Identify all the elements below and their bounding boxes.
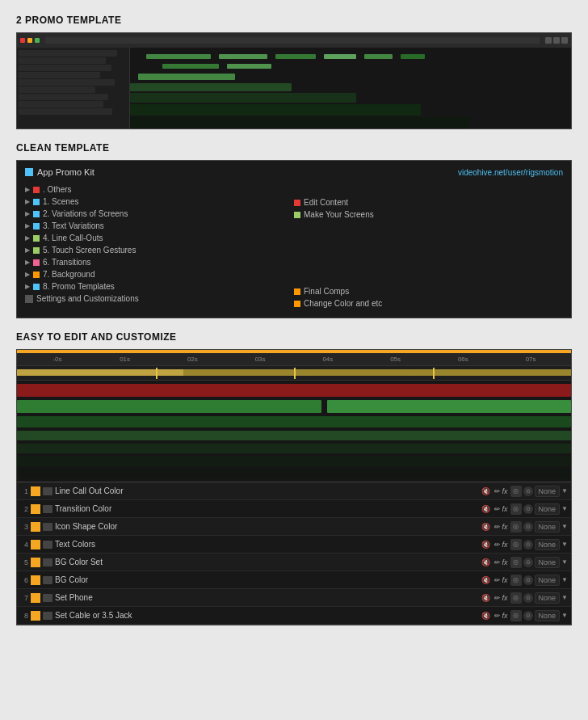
layer-ctrl-lock-1[interactable]: ⊙ [523, 486, 533, 496]
layer-dropdown-8[interactable]: ▼ [561, 612, 568, 619]
layer-ctrl-pencil-3[interactable]: ✏ [494, 523, 500, 531]
promo-track-9 [138, 74, 235, 80]
layer-ctrl-lock-5[interactable]: ⊙ [523, 558, 533, 567]
layer-ctrl-lock-2[interactable]: ⊙ [523, 504, 533, 514]
layer-ctrl-pencil-7[interactable]: ✏ [494, 594, 500, 602]
layer-color-3 [31, 522, 40, 532]
layer-ctrl-audio-3[interactable]: 🔇 [481, 523, 490, 531]
easy-title: EASY TO EDIT AND CUSTOMIZE [16, 331, 572, 343]
layer-ctrl-lock-4[interactable]: ⊙ [523, 540, 533, 549]
layer-none-6[interactable]: None [535, 575, 561, 586]
layer-ctrl-circle-2[interactable]: ◎ [510, 503, 522, 515]
promo-left-panel [17, 48, 130, 129]
layer-name-5: BG Color Set [55, 558, 477, 566]
layer-ctrl-audio-1[interactable]: 🔇 [481, 487, 490, 495]
promo-row-9 [19, 108, 112, 115]
playhead-marker-3 [433, 368, 435, 379]
right-item-change: Change Color and etc [294, 297, 563, 309]
dot-scenes [33, 199, 40, 205]
layer-ctrl-lock-6[interactable]: ⊙ [523, 575, 533, 585]
layer-ctrl-circle-3[interactable]: ◎ [510, 521, 522, 533]
layer-dropdown-7[interactable]: ▼ [561, 594, 568, 601]
layer-ctrl-fx-5[interactable]: fx [502, 558, 508, 566]
right-item-empty-5 [294, 259, 563, 272]
promo-icon-2 [553, 37, 560, 44]
layer-ctrl-circle-8[interactable]: ◎ [510, 610, 522, 621]
layer-ctrl-fx-8[interactable]: fx [502, 612, 508, 620]
layer-dropdown-3[interactable]: ▼ [561, 523, 568, 530]
layer-ctrl-fx-3[interactable]: fx [502, 523, 508, 531]
layer-ctrl-lock-8[interactable]: ⊙ [523, 611, 533, 621]
layer-ctrl-pencil-5[interactable]: ✏ [494, 558, 500, 566]
layer-ctrl-fx-1[interactable]: fx [502, 487, 508, 495]
layer-ctrl-fx-4[interactable]: fx [502, 541, 508, 549]
label-right-make: Make Your Screens [304, 210, 374, 219]
layer-none-3[interactable]: None [535, 521, 561, 533]
label-right-change: Change Color and etc [304, 299, 382, 308]
layer-none-1[interactable]: None [535, 486, 561, 497]
layer-icon-4 [43, 541, 52, 549]
layer-color-2 [31, 504, 40, 514]
layer-dropdown-6[interactable]: ▼ [561, 576, 568, 583]
clean-grid: ▶ . Others ▶ 1. Scenes ▶ 2. Variations o… [25, 182, 563, 311]
dot-right-make [294, 212, 300, 218]
layer-ctrl-audio-2[interactable]: 🔇 [481, 505, 490, 513]
layer-ctrl-pencil-4[interactable]: ✏ [494, 541, 500, 549]
tl-track-red [17, 384, 571, 397]
layer-ctrl-circle-4[interactable]: ◎ [510, 539, 522, 550]
layer-ctrl-circle-6[interactable]: ◎ [510, 575, 522, 586]
layer-ctrl-audio-8[interactable]: 🔇 [481, 612, 490, 620]
playhead-marker-1 [156, 368, 158, 379]
dot-others [33, 187, 40, 193]
layer-name-8: Set Cable or 3.5 Jack [55, 611, 477, 620]
promo-title: 2 PROMO TEMPLATE [16, 15, 572, 26]
layer-ctrl-circle-5[interactable]: ◎ [510, 557, 522, 568]
layer-controls-2: 🔇 ✏ fx ◎ ⊙ None ▼ [480, 503, 568, 515]
layer-ctrl-circle-7[interactable]: ◎ [510, 592, 522, 604]
layer-none-8[interactable]: None [535, 610, 561, 621]
arrow-icon-scenes: ▶ [25, 198, 30, 205]
layer-ctrl-pencil-6[interactable]: ✏ [494, 576, 500, 584]
layer-name-4: Text Colors [55, 540, 477, 549]
arrow-icon-others: ▶ [25, 186, 30, 193]
layer-ctrl-audio-4[interactable]: 🔇 [481, 541, 490, 549]
layer-ctrl-lock-3[interactable]: ⊙ [523, 522, 533, 532]
layer-ctrl-lock-7[interactable]: ⊙ [523, 593, 533, 603]
layer-ctrl-pencil-8[interactable]: ✏ [494, 612, 500, 620]
promo-dot-green [35, 38, 40, 43]
layer-none-5[interactable]: None [535, 557, 561, 568]
layer-ctrl-circle-1[interactable]: ◎ [510, 486, 522, 497]
tl-track-bottom [17, 468, 571, 479]
layer-none-2[interactable]: None [535, 503, 561, 515]
layer-ctrl-audio-6[interactable]: 🔇 [481, 576, 490, 584]
layer-ctrl-fx-7[interactable]: fx [502, 594, 508, 602]
layer-ctrl-pencil-2[interactable]: ✏ [494, 505, 500, 513]
dot-promo-templates [33, 284, 40, 290]
label-text-var: 3. Text Variations [43, 221, 104, 230]
dot-bg [33, 272, 40, 278]
label-callouts: 4. Line Call-Outs [43, 234, 103, 242]
layer-controls-7: 🔇 ✏ fx ◎ ⊙ None ▼ [480, 592, 568, 604]
layer-none-7[interactable]: None [535, 592, 561, 604]
layer-icon-7 [43, 594, 52, 602]
layer-ctrl-audio-5[interactable]: 🔇 [481, 558, 490, 566]
promo-topbar [17, 33, 571, 48]
layer-ctrl-audio-7[interactable]: 🔇 [481, 594, 490, 602]
layer-dropdown-5[interactable]: ▼ [561, 558, 568, 566]
layer-ctrl-fx-6[interactable]: fx [502, 576, 508, 584]
clean-header-link[interactable]: videohive.net/user/rigsmotion [458, 168, 563, 177]
layer-none-4[interactable]: None [535, 539, 561, 550]
layer-dropdown-4[interactable]: ▼ [561, 541, 568, 548]
layer-ctrl-pencil-1[interactable]: ✏ [494, 487, 500, 495]
layer-num-5: 5 [20, 558, 28, 566]
clean-item-others: ▶ . Others [25, 183, 294, 196]
layer-controls-3: 🔇 ✏ fx ◎ ⊙ None ▼ [480, 521, 568, 533]
layer-dropdown-2[interactable]: ▼ [561, 505, 568, 512]
layer-controls-1: 🔇 ✏ fx ◎ ⊙ None ▼ [480, 486, 568, 497]
dot-text-var [33, 223, 40, 229]
layer-dropdown-1[interactable]: ▼ [561, 487, 568, 495]
ruler-mark-1: 01s [91, 356, 159, 363]
promo-row-4 [19, 72, 100, 78]
layer-ctrl-fx-2[interactable]: fx [502, 505, 508, 513]
ruler-mark-7: 07s [497, 356, 565, 363]
